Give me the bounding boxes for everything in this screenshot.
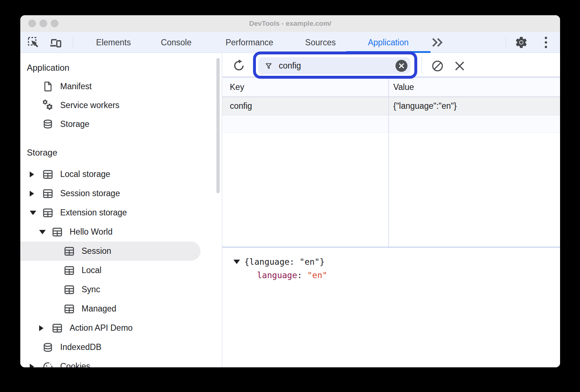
table-header-row: Key Value xyxy=(222,78,560,97)
service-workers-icon xyxy=(42,99,54,111)
cell-key: config xyxy=(222,101,388,111)
section-title-storage: Storage xyxy=(27,147,222,159)
object-property-row: language: "en" xyxy=(257,271,560,280)
value-preview-pane: {language: "en"} language: "en" xyxy=(222,248,560,367)
traffic-lights xyxy=(28,20,58,27)
sidebar-item-label: IndexedDB xyxy=(60,342,102,352)
sidebar-item-manifest[interactable]: Manifest xyxy=(20,77,222,96)
sidebar-item-session-storage[interactable]: Session storage xyxy=(20,184,222,203)
filter-input[interactable] xyxy=(278,61,395,71)
tab-application[interactable]: Application xyxy=(368,37,409,47)
clear-all-button[interactable] xyxy=(431,59,444,73)
table-icon xyxy=(42,207,54,219)
storage-toolbar xyxy=(222,53,560,77)
tab-sources[interactable]: Sources xyxy=(305,37,336,47)
expand-arrow-collapsed[interactable] xyxy=(30,364,37,368)
table-icon xyxy=(42,168,54,181)
object-summary: {language: "en"} xyxy=(244,257,325,267)
table-row-empty[interactable] xyxy=(222,115,560,133)
inspect-element-button[interactable] xyxy=(26,36,40,49)
tab-elements[interactable]: Elements xyxy=(96,37,131,47)
clear-all-icon xyxy=(431,59,444,73)
cookie-icon xyxy=(42,360,54,368)
sidebar-item-label: Managed xyxy=(82,304,116,314)
titlebar: DevTools - example.com/ xyxy=(20,15,560,32)
table-icon xyxy=(42,187,54,200)
sidebar-item-extension-storage[interactable]: Extension storage xyxy=(20,203,222,222)
manifest-icon xyxy=(42,80,54,92)
settings-button[interactable] xyxy=(514,35,529,50)
minimize-window-button[interactable] xyxy=(40,20,47,27)
three-dot-menu-icon xyxy=(544,36,548,49)
sidebar-item-label: Sync xyxy=(82,285,100,294)
table-icon xyxy=(63,284,75,296)
sidebar-item-action-api-demo[interactable]: Action API Demo xyxy=(20,318,222,338)
sidebar-scrollbar[interactable] xyxy=(216,58,220,193)
property-name: language xyxy=(257,271,297,280)
sidebar-item-cookies[interactable]: Cookies xyxy=(20,357,222,367)
property-separator: : xyxy=(297,271,307,280)
table-icon xyxy=(63,264,75,277)
expand-arrow-collapsed[interactable] xyxy=(30,172,37,177)
table-row-config[interactable]: config {"language":"en"} xyxy=(222,97,560,115)
property-value: "en" xyxy=(307,271,327,280)
column-resize-divider[interactable] xyxy=(388,78,389,247)
expand-arrow-collapsed[interactable] xyxy=(39,325,46,331)
sidebar-item-label: Service workers xyxy=(60,100,120,110)
sidebar-item-label: Action API Demo xyxy=(70,323,133,333)
column-header-key[interactable]: Key xyxy=(222,78,388,96)
chevron-double-right-icon xyxy=(431,37,444,48)
clear-filter-button[interactable] xyxy=(395,60,407,72)
storage-icon xyxy=(42,118,54,130)
devtools-tab-bar: Elements Console Performance Sources App… xyxy=(20,32,560,53)
gear-icon xyxy=(514,36,528,49)
delete-selected-icon xyxy=(454,61,465,71)
column-header-value[interactable]: Value xyxy=(388,78,560,96)
sidebar-item-managed[interactable]: Managed xyxy=(20,299,222,318)
clear-filter-icon xyxy=(399,63,404,69)
sidebar-item-label: Storage xyxy=(60,119,90,129)
tab-console[interactable]: Console xyxy=(161,37,191,47)
more-tabs-button[interactable] xyxy=(430,36,444,49)
table-icon xyxy=(51,322,63,334)
expand-arrow-expanded[interactable] xyxy=(39,230,46,234)
sidebar-item-service-workers[interactable]: Service workers xyxy=(20,96,222,115)
cell-value: {"language":"en"} xyxy=(388,101,560,111)
sidebar-item-hello-world[interactable]: Hello World xyxy=(20,222,222,242)
device-toolbar-icon xyxy=(49,36,62,49)
sidebar-item-local[interactable]: Local xyxy=(20,261,222,280)
database-icon xyxy=(42,341,54,354)
sidebar-item-label: Cookies xyxy=(60,362,90,367)
customize-devtools-button[interactable] xyxy=(541,35,551,50)
application-panel: Application Manifest xyxy=(20,53,560,367)
sidebar-item-storage[interactable]: Storage xyxy=(20,115,222,133)
expand-arrow-expanded[interactable] xyxy=(233,260,240,264)
application-section-items: Manifest Service workers Storag xyxy=(20,77,222,133)
expand-arrow-collapsed[interactable] xyxy=(30,191,37,197)
delete-selected-button[interactable] xyxy=(454,60,465,72)
devtools-window: DevTools - example.com/ Elements Console… xyxy=(20,15,560,367)
toolbar-divider xyxy=(421,57,422,73)
storage-section-items: Local storage Session storage Extension … xyxy=(20,165,222,367)
close-window-button[interactable] xyxy=(28,20,36,27)
sidebar-item-local-storage[interactable]: Local storage xyxy=(20,165,222,184)
window-title: DevTools - example.com/ xyxy=(249,20,331,28)
sidebar-item-label: Extension storage xyxy=(60,208,127,218)
toggle-device-toolbar-button[interactable] xyxy=(48,36,63,49)
sidebar-item-label: Local storage xyxy=(60,169,110,179)
inspect-cursor-icon xyxy=(27,36,40,49)
toolbar-divider xyxy=(506,37,506,48)
sidebar-item-label: Hello World xyxy=(70,227,112,237)
toolbar-divider xyxy=(73,37,73,48)
sidebar-item-sync[interactable]: Sync xyxy=(20,280,222,299)
refresh-button[interactable] xyxy=(232,59,245,72)
refresh-icon xyxy=(232,59,245,72)
maximize-window-button[interactable] xyxy=(51,20,58,27)
sidebar-item-label: Manifest xyxy=(60,82,92,91)
sidebar-item-session-selected[interactable]: Session xyxy=(20,242,200,261)
sidebar-item-indexeddb[interactable]: IndexedDB xyxy=(20,338,222,357)
application-sidebar: Application Manifest xyxy=(20,53,222,367)
object-preview-root: {language: "en"} xyxy=(233,257,560,267)
expand-arrow-expanded[interactable] xyxy=(30,211,37,215)
tab-performance[interactable]: Performance xyxy=(225,37,273,47)
